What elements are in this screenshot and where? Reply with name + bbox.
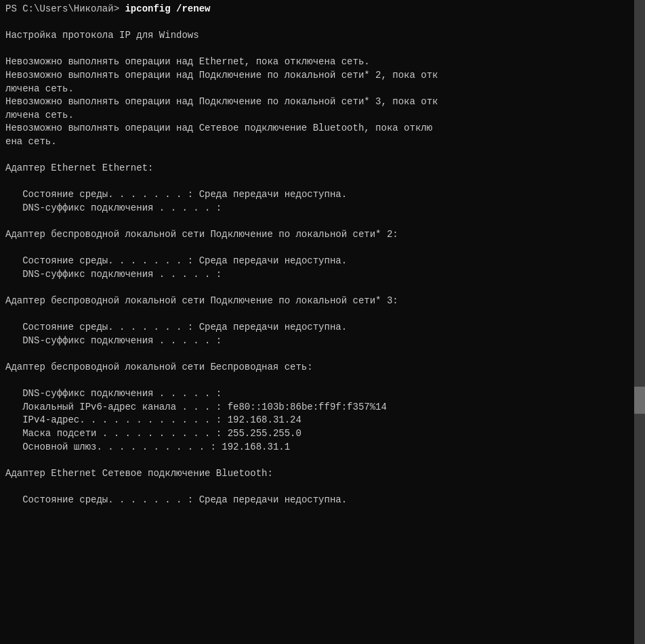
- terminal-line: Маска подсети . . . . . . . . . . : 255.…: [5, 427, 640, 441]
- prompt-line: PS C:\Users\Николай> ipconfig /renew: [5, 3, 640, 16]
- scrollbar[interactable]: [634, 0, 645, 644]
- empty-line: [5, 242, 640, 255]
- terminal-line: Адаптер беспроводной локальной сети Подк…: [5, 295, 640, 308]
- terminal-line: Невозможно выполнять операции над Ethern…: [5, 56, 640, 69]
- empty-line: [5, 281, 640, 295]
- terminal-line: Состояние среды. . . . . . . : Среда пер…: [5, 188, 640, 202]
- terminal-line: Состояние среды. . . . . . . : Среда пер…: [5, 255, 640, 268]
- terminal-line: DNS-суффикс подключения . . . . . :: [5, 202, 640, 215]
- terminal-line: Состояние среды. . . . . . . : Среда пер…: [5, 494, 640, 507]
- empty-line: [5, 175, 640, 189]
- empty-line: [5, 374, 640, 388]
- empty-line: [5, 43, 640, 56]
- terminal-line: DNS-суффикс подключения . . . . . :: [5, 335, 640, 348]
- terminal-line: Адаптер Ethernet Ethernet:: [5, 162, 640, 175]
- scrollbar-thumb[interactable]: [634, 387, 645, 414]
- terminal-line: Невозможно выполнять операции над Подклю…: [5, 95, 640, 122]
- terminal-line: Адаптер беспроводной локальной сети Подк…: [5, 228, 640, 242]
- terminal-line: IPv4-адрес. . . . . . . . . . . . : 192.…: [5, 414, 640, 427]
- empty-line: [5, 347, 640, 361]
- empty-line: [5, 149, 640, 163]
- terminal-line: Невозможно выполнять операции над Сетево…: [5, 122, 640, 148]
- terminal-line: Адаптер беспроводной локальной сети Бесп…: [5, 361, 640, 374]
- empty-line: [5, 480, 640, 494]
- terminal-line: Адаптер Ethernet Сетевое подключение Blu…: [5, 467, 640, 481]
- terminal-line: Состояние среды. . . . . . . : Среда пер…: [5, 321, 640, 335]
- empty-line: [5, 308, 640, 322]
- terminal-line: Настройка протокола IP для Windows: [5, 29, 640, 43]
- prompt-command: ipconfig /renew: [125, 3, 210, 14]
- terminal-line: DNS-суффикс подключения . . . . . :: [5, 387, 640, 401]
- empty-line: [5, 215, 640, 229]
- terminal-line: Локальный IPv6-адрес канала . . . : fe80…: [5, 401, 640, 414]
- terminal-line: Основной шлюз. . . . . . . . . . : 192.1…: [5, 441, 640, 454]
- empty-line: [5, 16, 640, 30]
- prompt-prefix: PS C:\Users\Николай>: [5, 3, 125, 14]
- terminal-line: Невозможно выполнять операции над Подклю…: [5, 69, 640, 95]
- empty-line: [5, 454, 640, 467]
- terminal-window: PS C:\Users\Николай> ipconfig /renewНаст…: [0, 0, 645, 644]
- terminal-line: DNS-суффикс подключения . . . . . :: [5, 268, 640, 282]
